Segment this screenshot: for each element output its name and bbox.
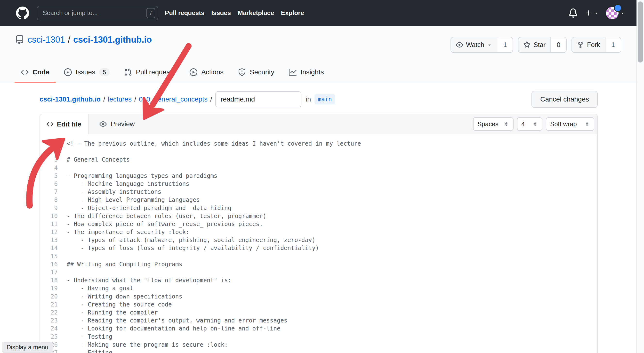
branch-badge[interactable]: main: [314, 94, 335, 104]
breadcrumb-repo-link[interactable]: csci-1301.github.io: [40, 95, 100, 103]
star-button-group: Star0: [518, 37, 567, 53]
code-line: 9 - Object-oriented paradigm and data hi…: [40, 204, 597, 212]
fork-icon: [577, 41, 584, 48]
line-text: - Reading the compiler's output, warning…: [67, 317, 287, 325]
line-number[interactable]: 25: [40, 333, 67, 341]
select-value: Spaces: [478, 120, 498, 128]
create-new-menu[interactable]: [585, 9, 599, 17]
code-line: 8 - High-Level Programming Languages: [40, 196, 597, 204]
line-number[interactable]: 24: [40, 325, 67, 333]
line-number[interactable]: 13: [40, 236, 67, 244]
line-number[interactable]: 14: [40, 244, 67, 252]
line-number[interactable]: 21: [40, 301, 67, 309]
code-line: 18- Understand what the "flow of develop…: [40, 277, 597, 285]
fork-button[interactable]: Fork: [572, 37, 606, 52]
code-line: 10- The difference between roles (user, …: [40, 212, 597, 220]
code-line: 11- How complex piece of software _reuse…: [40, 220, 597, 228]
line-number[interactable]: 10: [40, 212, 67, 220]
repo-nav-tabs: CodeIssues5Pull requestsActionsSecurityI…: [14, 62, 331, 83]
line-text: - Making sure the program is secure :loc…: [67, 341, 228, 349]
line-number[interactable]: 19: [40, 285, 67, 293]
file-breadcrumb-row: csci-1301.github.io /lectures/010_genera…: [40, 91, 598, 108]
plus-icon: [585, 9, 592, 17]
line-text: - The importance of security :lock:: [67, 228, 189, 236]
nav-link-pull-requests[interactable]: Pull requests: [165, 9, 204, 17]
line-number[interactable]: 23: [40, 317, 67, 325]
breadcrumb-link-lectures[interactable]: lectures: [108, 95, 132, 103]
repo-tab-code[interactable]: Code: [14, 62, 57, 83]
repo-tab-actions[interactable]: Actions: [182, 62, 231, 83]
repo-tab-security[interactable]: Security: [231, 62, 282, 83]
code-editor[interactable]: 1<!-- The previous outline, which includ…: [40, 134, 597, 353]
line-number[interactable]: 11: [40, 220, 67, 228]
select-soft-wrap[interactable]: Soft wrap: [546, 117, 594, 131]
repo-name-link[interactable]: csci-1301.github.io: [73, 35, 152, 45]
star-count[interactable]: 0: [551, 37, 566, 52]
code-line: 1<!-- The previous outline, which includ…: [40, 140, 597, 148]
line-number[interactable]: 17: [40, 269, 67, 277]
code-line: 16## Writing and Compiling Programs: [40, 261, 597, 269]
fork-count[interactable]: 1: [606, 37, 621, 52]
file-editor-panel: Edit file Preview Spaces4Soft wrap 1<!--…: [40, 114, 598, 353]
star-button[interactable]: Star: [518, 37, 551, 52]
select-spaces[interactable]: Spaces: [473, 117, 514, 131]
repo-tab-issues[interactable]: Issues5: [57, 62, 117, 83]
breadcrumb-link-010-general-concepts[interactable]: 010_general_concepts: [139, 95, 208, 103]
repo-tab-insights[interactable]: Insights: [282, 62, 331, 83]
shield-icon: [238, 68, 246, 76]
line-number[interactable]: 8: [40, 196, 67, 204]
code-icon: [21, 68, 28, 76]
line-number[interactable]: 1: [40, 140, 67, 148]
pull-request-icon: [124, 68, 132, 76]
tab-preview[interactable]: Preview: [88, 114, 146, 134]
line-number[interactable]: 9: [40, 204, 67, 212]
issue-opened-icon: [64, 68, 72, 76]
line-number[interactable]: 6: [40, 180, 67, 188]
nav-link-explore[interactable]: Explore: [281, 9, 304, 17]
nav-link-issues[interactable]: Issues: [211, 9, 231, 17]
line-text: - Editing: [67, 349, 112, 353]
star-label: Star: [534, 41, 546, 49]
line-number[interactable]: 15: [40, 253, 67, 261]
line-number[interactable]: 18: [40, 277, 67, 285]
eye-icon: [456, 41, 463, 48]
page-scrollbar-track[interactable]: [636, 0, 644, 353]
line-number[interactable]: 4: [40, 164, 67, 172]
repo-actions: Watch1Star0Fork1: [450, 37, 621, 53]
code-line: 6 - Machine language instructions: [40, 180, 597, 188]
repo-owner-link[interactable]: csci-1301: [28, 35, 65, 45]
line-number[interactable]: 22: [40, 309, 67, 317]
issues-count-badge: 5: [99, 68, 110, 76]
search-input[interactable]: Search or jump to... /: [37, 6, 158, 20]
code-line: 4: [40, 164, 597, 172]
filename-input[interactable]: [215, 91, 302, 107]
github-file-editor-page: Search or jump to... / Pull requestsIssu…: [0, 0, 644, 353]
line-number[interactable]: 20: [40, 293, 67, 301]
code-line: 13 - Types of attack (malware, phishing,…: [40, 236, 597, 244]
watch-button[interactable]: Watch: [451, 37, 498, 52]
play-icon: [190, 68, 197, 76]
tab-edit-file[interactable]: Edit file: [40, 114, 88, 134]
select-4[interactable]: 4: [517, 117, 542, 131]
line-number[interactable]: 12: [40, 228, 67, 236]
line-number[interactable]: 2: [40, 148, 67, 156]
line-text: - Running the compiler: [67, 309, 158, 317]
line-text: # General Concepts: [67, 156, 130, 164]
line-number[interactable]: 5: [40, 172, 67, 180]
in-label: in: [306, 95, 311, 103]
nav-link-marketplace[interactable]: Marketplace: [238, 9, 274, 17]
page-scrollbar-thumb[interactable]: [638, 1, 643, 62]
cancel-changes-button[interactable]: Cancel changes: [532, 91, 598, 108]
repo-tab-pull-requests[interactable]: Pull requests: [117, 62, 182, 83]
line-number[interactable]: 7: [40, 188, 67, 196]
line-text: - Machine language instructions: [67, 180, 189, 188]
github-logo-icon[interactable]: [16, 6, 29, 20]
repo-title: csci-1301 / csci-1301.github.io: [15, 35, 152, 45]
line-number[interactable]: 16: [40, 261, 67, 269]
line-text: ## Writing and Compiling Programs: [67, 261, 182, 269]
tab-preview-label: Preview: [110, 120, 135, 128]
line-number[interactable]: 3: [40, 156, 67, 164]
bell-icon[interactable]: [568, 8, 578, 18]
watch-count[interactable]: 1: [497, 37, 512, 52]
user-menu[interactable]: [606, 7, 625, 19]
